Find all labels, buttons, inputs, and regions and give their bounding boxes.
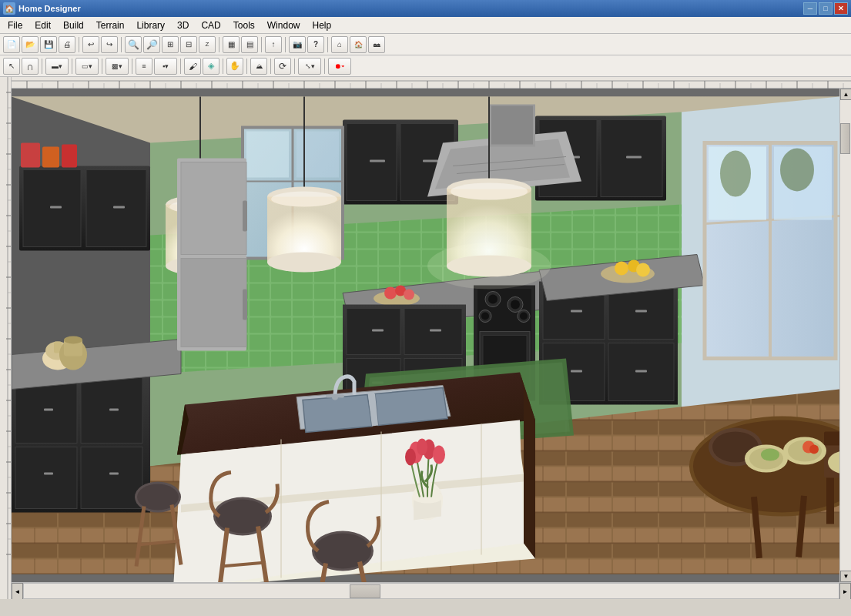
svg-rect-116	[44, 473, 53, 475]
zoom-out-button[interactable]: 🔎	[143, 36, 160, 53]
sep-t2-6	[223, 59, 223, 74]
menu-3d[interactable]: 3D	[171, 18, 195, 32]
menu-help[interactable]: Help	[306, 18, 337, 32]
svg-rect-127	[423, 160, 438, 162]
svg-point-239	[417, 439, 427, 456]
help-button[interactable]: ?	[307, 36, 324, 53]
menu-tools[interactable]: Tools	[227, 18, 261, 32]
menu-terrain[interactable]: Terrain	[90, 18, 131, 32]
open-button[interactable]: 📂	[22, 36, 39, 53]
scroll-horizontal-track[interactable]	[23, 583, 839, 599]
scrollbar-horizontal[interactable]: ◄ ►	[12, 582, 851, 599]
fill-button[interactable]: ▦	[223, 36, 240, 53]
color-tool[interactable]: ◈	[203, 58, 219, 75]
svg-point-264	[271, 192, 337, 207]
svg-rect-275	[181, 162, 246, 255]
ruler-horizontal	[12, 77, 851, 89]
zoom-extents-button[interactable]: ⊟	[180, 36, 197, 53]
svg-point-194	[720, 151, 751, 197]
undo-button[interactable]: ↩	[82, 36, 99, 53]
minimize-button[interactable]: ─	[803, 2, 817, 15]
svg-rect-106	[113, 206, 125, 209]
svg-point-165	[511, 300, 520, 310]
camera-button[interactable]: 📷	[289, 36, 306, 53]
svg-rect-108	[42, 147, 59, 168]
house-3d-button[interactable]: 🏠	[350, 36, 367, 53]
svg-point-147	[384, 287, 397, 300]
svg-rect-107	[21, 143, 40, 168]
sep-t2-9	[294, 59, 295, 74]
arc-tool[interactable]: ∩	[22, 58, 39, 75]
close-button[interactable]: ✕	[834, 2, 848, 15]
wall-tool[interactable]: ▬▾	[45, 58, 69, 75]
svg-point-270	[427, 243, 551, 290]
svg-rect-115	[44, 409, 53, 411]
svg-rect-203	[824, 432, 839, 446]
window-tool[interactable]: ▩▾	[106, 58, 129, 75]
zoom-in-button[interactable]: 🔍	[125, 36, 142, 53]
kitchen-scene	[12, 89, 839, 582]
select-tool[interactable]: ↖	[3, 58, 20, 75]
svg-rect-180	[635, 370, 647, 373]
svg-rect-137	[246, 132, 289, 178]
record-button[interactable]: ⏺▾	[328, 58, 351, 75]
scroll-vertical-thumb[interactable]	[840, 123, 850, 154]
house-view-button[interactable]: ⌂	[331, 36, 348, 53]
title-bar: 🏠 Home Designer ─ □ ✕	[0, 0, 851, 17]
window-controls: ─ □ ✕	[803, 2, 848, 15]
stair-tool[interactable]: ≡	[136, 58, 152, 75]
scroll-horizontal-thumb[interactable]	[350, 584, 380, 598]
print-button[interactable]: 🖨	[59, 36, 75, 53]
zoom-window-button[interactable]: Z	[199, 36, 216, 53]
svg-rect-138	[297, 132, 339, 178]
hatch-button[interactable]: ▤	[241, 36, 258, 53]
menu-cad[interactable]: CAD	[195, 18, 226, 32]
redo-button[interactable]: ↪	[101, 36, 118, 53]
menu-build[interactable]: Build	[57, 18, 90, 32]
ruler-vertical	[0, 77, 12, 599]
scroll-down-button[interactable]: ▼	[840, 571, 851, 582]
svg-point-215	[809, 445, 819, 454]
toolbar-1: 📄 📂 💾 🖨 ↩ ↪ 🔍 🔎 ⊞ ⊟ Z ▦ ▤ ↑ 📷 ? ⌂ 🏠 🏘	[0, 34, 851, 55]
svg-rect-178	[571, 370, 582, 373]
sep-t2-8	[270, 59, 271, 74]
sep-t2-10	[324, 59, 325, 74]
zoom-fit-button[interactable]: ⊞	[162, 36, 179, 53]
sep-t2-4	[132, 59, 132, 74]
menu-library[interactable]: Library	[130, 18, 171, 32]
terrain-tool[interactable]: ⛰	[250, 58, 267, 75]
svg-point-246	[314, 534, 371, 569]
transform-tool[interactable]: ⤡▾	[298, 58, 321, 75]
menu-edit[interactable]: Edit	[28, 18, 57, 32]
menu-file[interactable]: File	[2, 18, 28, 32]
svg-rect-118	[109, 473, 119, 475]
maximize-button[interactable]: □	[819, 2, 833, 15]
save-button[interactable]: 💾	[40, 36, 57, 53]
roof-button[interactable]: 🏘	[368, 36, 385, 53]
cabinet-tool[interactable]: ▪▾	[154, 58, 177, 75]
scroll-vertical-track[interactable]	[840, 100, 851, 571]
svg-point-149	[404, 290, 414, 300]
svg-rect-144	[491, 106, 533, 145]
sep-2	[121, 37, 122, 52]
arrow-up-button[interactable]: ↑	[265, 36, 282, 53]
viewport-canvas[interactable]	[12, 89, 839, 582]
svg-point-163	[488, 295, 498, 304]
svg-rect-231	[335, 395, 344, 398]
rotate-tool[interactable]: ⟳	[274, 58, 291, 75]
svg-rect-157	[430, 330, 441, 332]
scroll-up-button[interactable]: ▲	[840, 89, 851, 100]
menu-window[interactable]: Window	[261, 18, 307, 32]
scroll-right-button[interactable]: ►	[839, 583, 851, 599]
paint-tool[interactable]: 🖌	[184, 58, 201, 75]
svg-point-263	[267, 253, 341, 273]
sep-4	[261, 37, 262, 52]
scrollbar-vertical[interactable]: ▲ ▼	[839, 89, 851, 582]
new-button[interactable]: 📄	[3, 36, 20, 53]
svg-rect-112	[15, 447, 77, 509]
sep-3	[219, 37, 219, 52]
door-tool[interactable]: ▭▾	[75, 58, 99, 75]
svg-marker-227	[375, 388, 447, 426]
hand-tool[interactable]: ✋	[226, 58, 243, 75]
scroll-left-button[interactable]: ◄	[12, 583, 23, 599]
